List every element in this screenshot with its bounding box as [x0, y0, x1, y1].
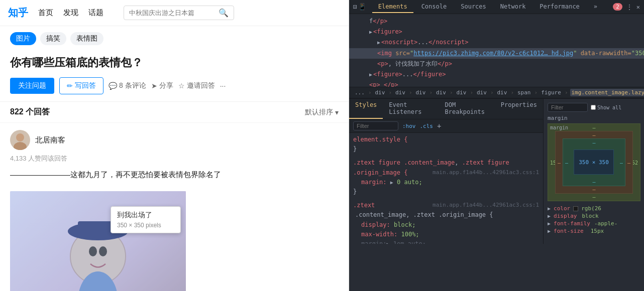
nav-topics[interactable]: 话题	[88, 8, 103, 18]
computed-filter-bar: Show all	[548, 103, 640, 112]
dom-line[interactable]: ▶<figure>...</figure>	[349, 69, 644, 80]
show-all-label: Show all	[591, 105, 621, 110]
top-nav: 知乎 首页 发现 话题 🔍	[0, 0, 349, 26]
share-icon: ➤	[151, 82, 157, 90]
question-title: 你有哪些压箱底的表情包？	[0, 51, 349, 77]
answer-image-svg	[10, 191, 186, 292]
padding-bottom-num: –	[592, 179, 595, 185]
breadcrumb-item[interactable]: div	[496, 89, 509, 96]
comment-icon: 💬	[109, 82, 117, 90]
svg-rect-8	[78, 221, 118, 236]
box-model-visual: margin – 152 – 152 border – – – – paddin…	[548, 123, 640, 201]
css-rule: .ztext figure .content_image, .ztext fig…	[349, 156, 543, 199]
follow-question-button[interactable]: 关注问题	[10, 78, 54, 94]
breadcrumb-item[interactable]: ...	[353, 89, 366, 96]
css-rule: element.style { }	[349, 133, 543, 156]
cls-filter[interactable]: .cls	[420, 123, 434, 129]
breadcrumb-item[interactable]: div	[435, 89, 448, 96]
nav-discover[interactable]: 发现	[63, 8, 78, 18]
kebab-menu-icon[interactable]: ⋮	[626, 4, 632, 11]
tab-properties[interactable]: Properties	[495, 99, 543, 119]
margin-top-num: –	[592, 125, 595, 130]
tab-performance[interactable]: Performance	[533, 1, 585, 13]
styles-tabs: Styles Event Listeners DOM Breakpoints P…	[349, 99, 543, 119]
computed-color-row: ▶ color rgb(26	[548, 205, 640, 212]
breadcrumb-item[interactable]: div	[374, 89, 387, 96]
sort-option[interactable]: 默认排序 ▾	[305, 108, 339, 117]
content-box: 350 × 350	[574, 150, 614, 175]
nav-home[interactable]: 首页	[38, 8, 53, 18]
breadcrumb-item[interactable]: div	[475, 89, 488, 96]
tag-images[interactable]: 图片	[10, 32, 36, 45]
close-devtools-icon[interactable]: ✕	[636, 4, 640, 11]
computed-display-row: ▶ display block	[548, 213, 640, 219]
write-answer-button[interactable]: ✏ 写回答	[59, 77, 103, 94]
error-badge: 2	[613, 3, 622, 11]
breadcrumb-item[interactable]: div	[394, 89, 407, 96]
dom-line-highlighted[interactable]: <img src="https://pic3.zhimg.com/80/v2-c…	[349, 48, 644, 59]
author-name: 北居南客	[35, 135, 65, 145]
search-input[interactable]	[129, 9, 214, 17]
dom-line[interactable]: f</p>	[349, 16, 644, 27]
share-link[interactable]: ➤ 分享	[151, 81, 173, 90]
dom-line[interactable]: <p>, 讨伐我加了水印</p>	[349, 59, 644, 69]
svg-point-5	[99, 246, 107, 256]
devtools-panel: ⊡ 📱 Elements Console Sources Network Per…	[349, 0, 644, 291]
device-icon[interactable]: 📱	[358, 3, 366, 11]
dom-line[interactable]: ▶<noscript>...</noscript>	[349, 37, 644, 48]
search-icon[interactable]: 🔍	[219, 8, 229, 18]
svg-point-4	[89, 246, 97, 256]
breadcrumb-item-active[interactable]: img.content_image.lazy	[570, 89, 645, 96]
tag-emoji[interactable]: 表情图	[70, 32, 103, 45]
bottom-panels: Styles Event Listeners DOM Breakpoints P…	[349, 98, 644, 244]
breadcrumb-item[interactable]: span	[516, 89, 532, 96]
avatar	[10, 130, 30, 150]
more-link[interactable]: ···	[220, 82, 226, 90]
filter-input[interactable]	[353, 121, 398, 130]
pencil-icon: ✏	[67, 82, 73, 90]
content-size: 350 × 350	[579, 159, 609, 166]
svg-point-1	[14, 142, 27, 150]
margin-label: margin	[550, 125, 568, 130]
comments-link[interactable]: 💬 8 条评论	[109, 81, 146, 90]
tab-elements[interactable]: Elements	[372, 1, 413, 13]
tab-dom-breakpoints[interactable]: DOM Breakpoints	[439, 99, 495, 119]
dom-line[interactable]: <p> </p>	[349, 80, 644, 87]
dom-line[interactable]: ▶<figure>	[349, 27, 644, 37]
answer-image-container: ⬇ 到我出场了 350 × 350 pixels	[10, 191, 186, 292]
tag-funny[interactable]: 搞笑	[40, 32, 66, 45]
padding-right-num: –	[620, 160, 623, 165]
answer-text: ————————这都九月了，再不更恐怕要被表情包界除名了	[10, 168, 339, 181]
styles-panel: Styles Event Listeners DOM Breakpoints P…	[349, 99, 544, 244]
breadcrumb-bar: ... › div › div › div › div › div › div …	[349, 87, 644, 98]
svg-point-0	[16, 133, 24, 141]
invite-link[interactable]: ☆ 邀请回答	[178, 81, 215, 90]
tab-sources[interactable]: Sources	[455, 1, 492, 13]
show-all-checkbox[interactable]	[591, 105, 596, 110]
tab-network[interactable]: Network	[494, 1, 532, 13]
answer-image: ⬇	[10, 191, 186, 292]
zhihu-panel: 知乎 首页 发现 话题 🔍 图片 搞笑 表情图 你有哪些压箱底的表情包？ 关注问…	[0, 0, 349, 291]
actions-row: 关注问题 ✏ 写回答 💬 8 条评论 ➤ 分享 ☆ 邀请回答 ···	[0, 77, 349, 101]
star-icon: ☆	[178, 82, 185, 90]
cursor-icon[interactable]: ⊡	[353, 3, 357, 11]
answers-count: 822 个回答	[10, 107, 50, 117]
breadcrumb-item[interactable]: div	[414, 89, 427, 96]
tab-event-listeners[interactable]: Event Listeners	[383, 99, 439, 119]
box-model-title: margin	[548, 115, 640, 121]
border-left-num: –	[558, 160, 561, 165]
computed-values: ▶ color rgb(26 ▶ display block ▶ font-fa…	[548, 205, 640, 234]
search-box[interactable]: 🔍	[124, 6, 234, 20]
add-rule-button[interactable]: +	[437, 122, 441, 130]
border-top-num: –	[592, 132, 595, 138]
tab-styles[interactable]: Styles	[349, 99, 383, 119]
breadcrumb-item[interactable]: div	[455, 89, 468, 96]
computed-fontfamily-row: ▶ font-family -apple-	[548, 220, 640, 227]
tab-more[interactable]: »	[588, 1, 603, 13]
pseudo-filter[interactable]: :hov	[402, 123, 416, 129]
computed-filter-input[interactable]	[548, 103, 588, 112]
breadcrumb-item[interactable]: figure	[540, 89, 563, 96]
filter-bar: :hov .cls +	[349, 119, 543, 133]
border-right-num: –	[627, 160, 630, 165]
tab-console[interactable]: Console	[415, 1, 453, 13]
